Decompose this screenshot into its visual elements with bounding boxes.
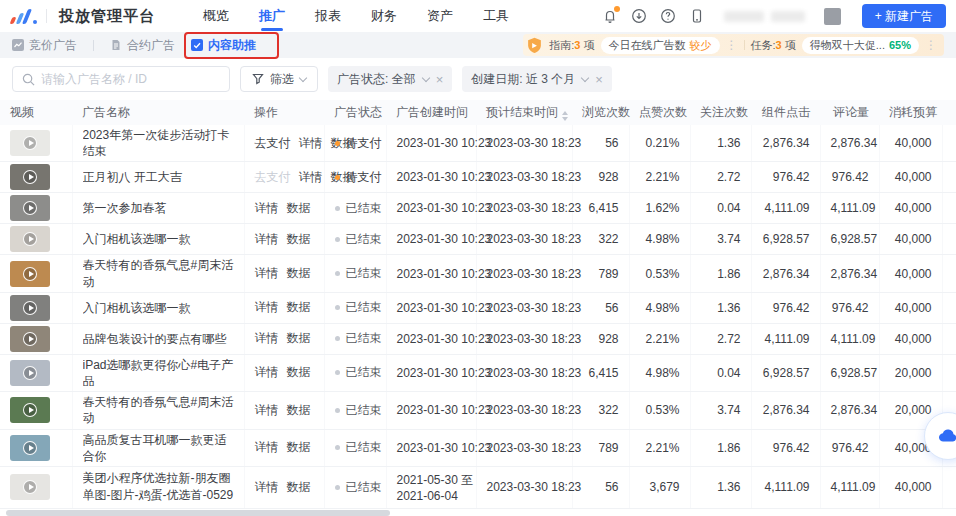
- column-header-likes[interactable]: 点赞次数: [629, 100, 690, 125]
- cell-likes: 3,679: [629, 466, 690, 508]
- video-thumbnail[interactable]: [10, 474, 50, 500]
- data-action[interactable]: 数据: [287, 201, 311, 215]
- video-thumbnail-cell: [0, 466, 72, 508]
- table-row[interactable]: 入门相机该选哪一款详情数据已结束2023-01-30 10:232023-03-…: [0, 292, 956, 323]
- detail-action[interactable]: 详情: [255, 403, 279, 417]
- table-row[interactable]: 春天特有的香氛气息#周末活动详情数据已结束2023-01-30 10:23202…: [0, 392, 956, 429]
- table-row[interactable]: iPad选哪款更得你心#电子产品详情数据已结束2023-01-30 10:232…: [0, 354, 956, 391]
- tab-contract-ads[interactable]: 合约广告: [110, 37, 175, 54]
- detail-action[interactable]: 详情: [255, 266, 279, 280]
- video-thumbnail[interactable]: [10, 397, 50, 423]
- mobile-device-icon[interactable]: [689, 8, 705, 24]
- table-row[interactable]: 正月初八 开工大吉去支付详情数据待支付2023-01-30 10:232023-…: [0, 162, 956, 193]
- column-header-created[interactable]: 广告创建时间: [386, 100, 476, 125]
- column-header-thumb[interactable]: 视频: [0, 100, 72, 125]
- actions-cell: 详情数据: [244, 255, 324, 292]
- table-row[interactable]: 2023年第一次徒步活动打卡结束去支付详情数据待支付2023-01-30 10:…: [0, 125, 956, 162]
- created-time-cell: 2023-01-30 10:23: [386, 392, 476, 429]
- video-thumbnail[interactable]: [10, 261, 50, 287]
- chevron-down-icon[interactable]: [581, 73, 589, 81]
- detail-action[interactable]: 详情: [299, 170, 323, 184]
- table-row[interactable]: 春天特有的香氛气息#周末活动详情数据已结束2023-01-30 10:23202…: [0, 255, 956, 292]
- pay-action[interactable]: 去支付: [255, 170, 291, 184]
- data-action[interactable]: 数据: [287, 300, 311, 314]
- tab-content-boost[interactable]: 内容助推: [191, 37, 256, 54]
- table-header-row: 视频广告名称操作广告状态广告创建时间预计结束时间浏览次数点赞次数关注次数组件点击…: [0, 100, 956, 125]
- download-circle-icon[interactable]: [631, 8, 647, 24]
- detail-action[interactable]: 详情: [255, 365, 279, 379]
- guide-pill[interactable]: 今日在线广告数 较少: [601, 37, 720, 54]
- detail-action[interactable]: 详情: [255, 232, 279, 246]
- column-header-extra[interactable]: 成交: [942, 100, 956, 125]
- column-header-budget[interactable]: 消耗预算: [879, 100, 942, 125]
- nav-item-report[interactable]: 报表: [315, 0, 341, 32]
- status-text: 待支付: [346, 136, 382, 150]
- status-dot: [335, 271, 340, 276]
- search-box[interactable]: [12, 66, 230, 92]
- sort-icon[interactable]: [562, 111, 568, 121]
- nav-item-overview[interactable]: 概览: [203, 0, 229, 32]
- table-row[interactable]: 美团小程序优选拉新-朋友圈单图-图片-鸡蛋-优选首-0529-dwxzt...y…: [0, 466, 956, 508]
- task-pill[interactable]: 得物双十大促... 65%: [802, 37, 919, 54]
- task-more-icon[interactable]: ⋮: [925, 38, 937, 52]
- data-action[interactable]: 数据: [287, 232, 311, 246]
- data-action[interactable]: 数据: [287, 403, 311, 417]
- status-text: 已结束: [346, 300, 382, 314]
- chevron-down-icon: [299, 73, 307, 81]
- pay-action[interactable]: 去支付: [255, 136, 291, 150]
- detail-action[interactable]: 详情: [299, 136, 323, 150]
- ad-name: 春天特有的香氛气息#周末活动: [83, 257, 234, 289]
- search-input[interactable]: [41, 72, 220, 86]
- video-thumbnail[interactable]: [10, 295, 50, 321]
- chevron-down-icon[interactable]: [421, 73, 429, 81]
- column-header-name[interactable]: 广告名称: [72, 100, 244, 125]
- detail-action[interactable]: 详情: [255, 300, 279, 314]
- nav-item-finance[interactable]: 财务: [371, 0, 397, 32]
- video-thumbnail[interactable]: [10, 164, 50, 190]
- column-header-clicks[interactable]: 组件点击: [751, 100, 820, 125]
- detail-action[interactable]: 详情: [255, 480, 279, 494]
- video-thumbnail[interactable]: [10, 195, 50, 221]
- column-header-end[interactable]: 预计结束时间: [476, 100, 572, 125]
- detail-action[interactable]: 详情: [255, 440, 279, 454]
- close-icon[interactable]: ×: [436, 73, 444, 86]
- video-thumbnail[interactable]: [10, 360, 50, 386]
- new-ad-button[interactable]: + 新建广告: [862, 4, 946, 28]
- close-icon[interactable]: ×: [595, 73, 603, 86]
- table-row[interactable]: 品牌包装设计的要点有哪些详情数据已结束2023-01-30 10:232023-…: [0, 323, 956, 354]
- help-circle-icon[interactable]: [660, 8, 676, 24]
- video-thumbnail-cell: [0, 323, 72, 354]
- guide-more-icon[interactable]: ⋮: [726, 38, 738, 52]
- video-thumbnail[interactable]: [10, 226, 50, 252]
- video-thumbnail[interactable]: [10, 435, 50, 461]
- nav-item-asset[interactable]: 资产: [427, 0, 453, 32]
- table-row[interactable]: 第一次参加春茗详情数据已结束2023-01-30 10:232023-03-30…: [0, 193, 956, 224]
- data-action[interactable]: 数据: [287, 266, 311, 280]
- status-dot: [335, 237, 340, 242]
- table-row[interactable]: 高品质复古耳机哪一款更适合你详情数据已结束2023-01-30 10:23202…: [0, 429, 956, 466]
- filter-chips: 广告状态: 全部×创建日期: 近 3 个月×: [328, 66, 612, 92]
- data-action[interactable]: 数据: [287, 440, 311, 454]
- video-thumbnail[interactable]: [10, 326, 50, 352]
- column-header-follows[interactable]: 关注次数: [690, 100, 751, 125]
- avatar[interactable]: [824, 8, 841, 25]
- data-action[interactable]: 数据: [287, 331, 311, 345]
- column-header-views[interactable]: 浏览次数: [572, 100, 629, 125]
- video-thumbnail[interactable]: [10, 130, 50, 156]
- filter-chip-create-date[interactable]: 创建日期: 近 3 个月×: [462, 66, 612, 92]
- nav-item-promotion[interactable]: 推广: [259, 0, 285, 32]
- tab-bidding-ads[interactable]: 竞价广告: [12, 37, 77, 54]
- filter-button[interactable]: 筛选: [240, 66, 318, 92]
- column-header-comments[interactable]: 评论量: [820, 100, 879, 125]
- detail-action[interactable]: 详情: [255, 331, 279, 345]
- column-header-actions[interactable]: 操作: [244, 100, 324, 125]
- detail-action[interactable]: 详情: [255, 201, 279, 215]
- notification-bell-icon[interactable]: [602, 8, 618, 24]
- column-header-status[interactable]: 广告状态: [324, 100, 386, 125]
- filter-chip-ad-status[interactable]: 广告状态: 全部×: [328, 66, 452, 92]
- table-row[interactable]: 入门相机该选哪一款详情数据已结束2023-01-30 10:232023-03-…: [0, 224, 956, 255]
- nav-item-tools[interactable]: 工具: [483, 0, 509, 32]
- data-action[interactable]: 数据: [287, 365, 311, 379]
- data-action[interactable]: 数据: [287, 480, 311, 494]
- horizontal-scrollbar[interactable]: [6, 510, 390, 516]
